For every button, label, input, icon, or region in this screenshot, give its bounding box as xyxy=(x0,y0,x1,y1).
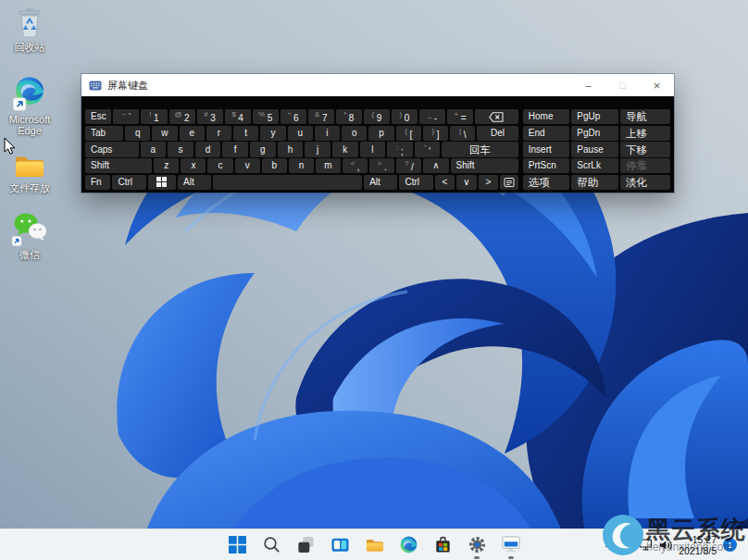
key-i[interactable]: i xyxy=(315,126,340,141)
key-a[interactable]: a xyxy=(141,142,167,156)
taskbar-edge[interactable] xyxy=(396,531,420,559)
osk-titlebar[interactable]: 屏幕键盘 – □ × xyxy=(81,74,674,96)
key-win[interactable] xyxy=(148,175,176,190)
key-r[interactable]: r xyxy=(206,126,231,141)
key-1[interactable]: !1 xyxy=(141,109,167,124)
key-p[interactable]: p xyxy=(368,126,393,141)
key-h[interactable]: h xyxy=(278,142,304,156)
volume-icon[interactable] xyxy=(659,540,672,551)
key-w[interactable]: w xyxy=(152,126,177,141)
key-7[interactable]: &7 xyxy=(308,109,334,124)
key-move-down[interactable]: 下移 xyxy=(620,142,670,156)
key-o[interactable]: o xyxy=(342,126,367,141)
key-4[interactable]: $4 xyxy=(225,109,251,124)
key-bracket-left[interactable]: {[ xyxy=(396,126,421,141)
chevron-up-icon[interactable] xyxy=(605,541,615,549)
key-l[interactable]: l xyxy=(360,142,386,156)
key-t[interactable]: t xyxy=(233,126,258,141)
key-menu[interactable] xyxy=(500,175,518,190)
key-space[interactable] xyxy=(213,175,362,190)
key-arrow-left[interactable]: < xyxy=(435,175,455,190)
key-u[interactable]: u xyxy=(288,126,313,141)
network-icon[interactable] xyxy=(639,539,653,551)
desktop-icon-wechat[interactable]: 微信 xyxy=(1,213,58,260)
taskbar-start[interactable] xyxy=(225,531,249,559)
taskbar-widgets[interactable] xyxy=(328,531,352,559)
key-slash[interactable]: ?/ xyxy=(396,158,421,173)
key-end[interactable]: End xyxy=(523,126,570,141)
key-3[interactable]: #3 xyxy=(197,109,223,124)
key-backspace[interactable] xyxy=(475,109,518,124)
taskbar-settings[interactable] xyxy=(465,531,489,559)
key-6[interactable]: ^6 xyxy=(280,109,306,124)
desktop-icon-edge[interactable]: Microsoft Edge xyxy=(1,78,58,136)
key-caps[interactable]: Caps xyxy=(85,142,139,156)
key-k[interactable]: k xyxy=(332,142,358,156)
key-alt-left[interactable]: Alt xyxy=(178,175,211,190)
key-tab[interactable]: Tab xyxy=(85,126,123,141)
key-fade[interactable]: 淡化 xyxy=(620,175,670,190)
taskbar-search[interactable] xyxy=(259,531,283,559)
key-b[interactable]: b xyxy=(262,158,287,173)
key-arrow-up[interactable]: ∧ xyxy=(423,158,448,173)
key-c[interactable]: c xyxy=(207,158,232,173)
key-bracket-right[interactable]: }] xyxy=(423,126,448,141)
key-backslash[interactable]: |\ xyxy=(450,126,475,141)
close-button[interactable]: × xyxy=(640,74,674,96)
key-equals[interactable]: += xyxy=(447,109,473,124)
key-e[interactable]: e xyxy=(180,126,205,141)
key-8[interactable]: *8 xyxy=(336,109,362,124)
key-pgup[interactable]: PgUp xyxy=(571,109,618,124)
taskbar-task-view[interactable] xyxy=(293,531,318,559)
key-y[interactable]: y xyxy=(260,126,285,141)
key-v[interactable]: v xyxy=(235,158,260,173)
key-scrlk[interactable]: ScrLk xyxy=(571,158,618,173)
key-n[interactable]: n xyxy=(289,158,314,173)
key-options[interactable]: 选项 xyxy=(523,175,570,190)
key-d[interactable]: d xyxy=(195,142,221,156)
key-prtscn[interactable]: PrtScn xyxy=(523,158,570,173)
key-period[interactable]: >. xyxy=(369,158,394,173)
key-pgdn[interactable]: PgDn xyxy=(571,126,618,141)
key-ctrl-right[interactable]: Ctrl xyxy=(399,175,432,190)
key-home[interactable]: Home xyxy=(523,109,570,124)
key-2[interactable]: @2 xyxy=(169,109,195,124)
key-help[interactable]: 帮助 xyxy=(571,175,618,190)
key-ctrl-left[interactable]: Ctrl xyxy=(112,175,145,190)
key-m[interactable]: m xyxy=(316,158,341,173)
key-z[interactable]: z xyxy=(154,158,179,173)
tray-clock[interactable]: 15:27 2021/8/5 xyxy=(679,534,717,556)
key-q[interactable]: q xyxy=(125,126,150,141)
key-insert[interactable]: Insert xyxy=(523,142,570,156)
taskbar-file-explorer[interactable] xyxy=(362,531,386,559)
key-5[interactable]: %5 xyxy=(253,109,279,124)
ime-indicator[interactable]: 英 xyxy=(621,537,633,553)
key-fn[interactable]: Fn xyxy=(85,175,110,190)
taskbar-osk-app[interactable] xyxy=(499,531,523,559)
key-minus[interactable]: _- xyxy=(419,109,445,124)
key-dock[interactable]: 停靠 xyxy=(620,158,670,173)
desktop-icon-recycle-bin[interactable]: 回收站 xyxy=(1,6,58,53)
key-esc[interactable]: Esc xyxy=(85,109,111,124)
key-enter[interactable]: 回车 xyxy=(442,142,517,156)
key-x[interactable]: x xyxy=(181,158,206,173)
key-shift-left[interactable]: Shift xyxy=(85,158,152,173)
key-nav[interactable]: 导航 xyxy=(620,109,670,124)
key-quote[interactable]: "' xyxy=(415,142,441,156)
key-0[interactable]: )0 xyxy=(392,109,418,124)
key-arrow-right[interactable]: > xyxy=(479,175,498,190)
maximize-button[interactable]: □ xyxy=(605,74,640,96)
notification-badge[interactable]: 1 xyxy=(723,538,737,552)
key-s[interactable]: s xyxy=(168,142,193,156)
key-del[interactable]: Del xyxy=(477,126,517,141)
key-9[interactable]: (9 xyxy=(364,109,390,124)
taskbar-store[interactable] xyxy=(430,531,455,559)
key-shift-right[interactable]: Shift xyxy=(451,158,518,173)
key-move-up[interactable]: 上移 xyxy=(620,126,670,141)
key-f[interactable]: f xyxy=(222,142,248,156)
key-arrow-down[interactable]: ∨ xyxy=(456,175,476,190)
minimize-button[interactable]: – xyxy=(571,74,605,96)
key-j[interactable]: j xyxy=(305,142,330,156)
key-comma[interactable]: <, xyxy=(343,158,368,173)
key-backquote[interactable]: ~` xyxy=(113,109,139,124)
